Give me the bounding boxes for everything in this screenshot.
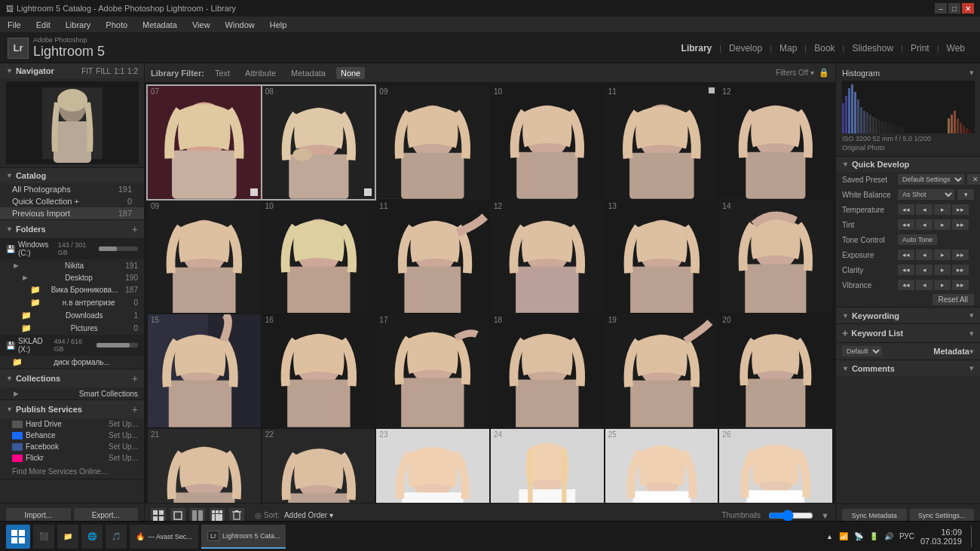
filter-lock-icon[interactable]: 🔒 — [819, 68, 829, 78]
grid-cell-19[interactable]: 15 — [148, 314, 261, 427]
qd-vib-down-sm[interactable]: ◂◂ — [898, 280, 914, 290]
metadata-preset-select[interactable]: Default — [842, 346, 882, 357]
qd-exp-up-sm[interactable]: ▸▸ — [952, 249, 969, 260]
taskbar-lightroom-button[interactable]: Lr Lightroom 5 Cata... — [201, 525, 286, 549]
service-be-setup[interactable]: Set Up... — [109, 431, 138, 439]
show-desktop-button[interactable] — [971, 526, 974, 547]
zoom-1-1[interactable]: 1:1 — [114, 67, 124, 75]
module-print[interactable]: Print — [903, 40, 937, 57]
metadata-header[interactable]: Default Metadata ▾ — [836, 343, 980, 360]
service-flickr[interactable]: Flickr Set Up... — [0, 452, 144, 464]
grid-cell-13[interactable]: 09 — [148, 201, 261, 314]
publish-header[interactable]: ▼ Publish Services + — [0, 400, 144, 418]
folder-antreprize[interactable]: 📁 н.в антрепризе 0 — [0, 296, 144, 309]
grid-cell-07[interactable]: 07 — [148, 86, 261, 199]
grid-cell-15[interactable]: 11 — [376, 201, 489, 314]
navigator-header[interactable]: ▼ Navigator FIT FILL 1:1 1:2 — [0, 63, 144, 78]
folders-add-button[interactable]: + — [132, 223, 138, 235]
grid-cell-17[interactable]: 13 — [605, 201, 718, 314]
grid-cell-16[interactable]: 12 — [491, 201, 604, 314]
filter-none[interactable]: None — [336, 67, 365, 79]
menu-window[interactable]: Window — [222, 19, 258, 31]
qd-clar-down[interactable]: ◂ — [916, 265, 933, 275]
taskbar-cmd-button[interactable]: ⬛ — [33, 525, 54, 549]
catalog-all-photographs[interactable]: All Photographs 191 — [0, 183, 144, 195]
menu-view[interactable]: View — [189, 19, 213, 31]
qd-exp-down[interactable]: ◂ — [916, 249, 933, 260]
folder-nikita[interactable]: ► Nikita 191 — [0, 259, 144, 271]
grid-cell-24[interactable]: 20 — [719, 314, 832, 427]
qd-temp-down-sm[interactable]: ◂◂ — [898, 204, 914, 215]
folder-downloads[interactable]: 📁 Downloads 1 — [0, 309, 144, 322]
grid-cell-14[interactable]: 10 — [262, 201, 375, 314]
find-more-services[interactable]: Find More Services Online... — [0, 464, 144, 479]
folder-disk-formal[interactable]: 📁 диск формаль... — [0, 356, 144, 369]
folders-header[interactable]: ▼ Folders + — [0, 220, 144, 238]
qd-tint-up[interactable]: ▸ — [934, 219, 951, 230]
catalog-quick-collection[interactable]: Quick Collection + 0 — [0, 195, 144, 207]
qd-temp-up-sm[interactable]: ▸▸ — [952, 204, 969, 215]
zoom-fill[interactable]: FILL — [96, 67, 111, 75]
zoom-fit[interactable]: FIT — [81, 67, 93, 75]
qd-clar-up-sm[interactable]: ▸▸ — [952, 265, 969, 275]
grid-cell-09[interactable]: 09 — [376, 86, 489, 199]
filter-attribute[interactable]: Attribute — [240, 67, 280, 79]
grid-cell-10[interactable]: 10 — [491, 86, 604, 199]
menu-metadata[interactable]: Metadata — [139, 19, 180, 31]
start-button[interactable] — [6, 525, 30, 549]
menu-edit[interactable]: Edit — [33, 19, 54, 31]
grid-cell-20[interactable]: 16 — [262, 314, 375, 427]
module-slideshow[interactable]: Slideshow — [844, 40, 901, 57]
qd-tint-down-sm[interactable]: ◂◂ — [898, 219, 914, 230]
qd-auto-tone-button[interactable]: Auto Tone — [898, 234, 937, 245]
qd-exp-down-sm[interactable]: ◂◂ — [898, 249, 914, 260]
qd-exp-up[interactable]: ▸ — [934, 249, 951, 260]
qd-vib-up-sm[interactable]: ▸▸ — [952, 280, 969, 290]
keyword-add-icon[interactable]: + — [842, 327, 848, 339]
maximize-button[interactable]: □ — [948, 3, 960, 14]
service-fb-setup[interactable]: Set Up... — [109, 442, 138, 451]
grid-cell-28[interactable]: 24 — [491, 429, 604, 503]
qd-vib-down[interactable]: ◂ — [916, 280, 933, 290]
quick-develop-header[interactable]: ▼ Quick Develop — [836, 157, 980, 172]
grid-cell-12[interactable]: 12 — [719, 86, 832, 199]
qd-clar-up[interactable]: ▸ — [934, 265, 951, 275]
grid-cell-26[interactable]: 22 — [262, 429, 375, 503]
menu-help[interactable]: Help — [267, 19, 290, 31]
grid-cell-08[interactable]: 08 — [262, 86, 375, 199]
keywording-header[interactable]: ▼ Keywording ▾ — [836, 308, 980, 323]
qd-temp-down[interactable]: ◂ — [916, 204, 933, 215]
keyword-list-header[interactable]: + Keyword List ▾ — [836, 324, 980, 342]
service-behance[interactable]: Behance Set Up... — [0, 430, 144, 441]
catalog-header[interactable]: ▼ Catalog — [0, 168, 144, 183]
thumbnail-size-slider[interactable] — [768, 510, 813, 522]
qd-vib-up[interactable]: ▸ — [934, 280, 951, 290]
grid-cell-11[interactable]: 11 — [605, 86, 718, 199]
qd-preset-clear[interactable]: ✕ — [967, 174, 980, 185]
grid-cell-30[interactable]: 26 — [719, 429, 832, 503]
service-facebook[interactable]: Facebook Set Up... — [0, 441, 144, 452]
module-library[interactable]: Library — [674, 40, 720, 57]
drive-x[interactable]: 💾 SKLAD (X:) 494 / 616 GB — [0, 335, 144, 356]
module-book[interactable]: Book — [807, 40, 842, 57]
filter-text[interactable]: Text — [210, 67, 234, 79]
menu-library[interactable]: Library — [63, 19, 94, 31]
qd-preset-select[interactable]: Default Settings — [898, 174, 964, 185]
grid-cell-27[interactable]: 23 — [376, 429, 489, 503]
minimize-button[interactable]: – — [935, 3, 947, 14]
grid-cell-18[interactable]: 14 — [719, 201, 832, 314]
grid-cell-22[interactable]: 18 — [491, 314, 604, 427]
taskbar-avast-button[interactable]: 🔥 — Avast Sec... — [130, 525, 198, 549]
service-harddrive[interactable]: Hard Drive Set Up... — [0, 418, 144, 430]
tray-arrow[interactable]: ▲ — [826, 533, 833, 540]
folder-vika[interactable]: 📁 Вика Бронникова... 187 — [0, 283, 144, 296]
taskbar-media-button[interactable]: 🎵 — [106, 525, 127, 549]
grid-cell-23[interactable]: 19 — [605, 314, 718, 427]
qd-reset-all-button[interactable]: Reset All — [933, 294, 974, 305]
module-map[interactable]: Map — [772, 40, 804, 57]
taskbar-browser-button[interactable]: 🌐 — [81, 525, 103, 549]
service-hd-setup[interactable]: Set Up... — [109, 420, 138, 428]
qd-tint-up-sm[interactable]: ▸▸ — [952, 219, 969, 230]
sort-value[interactable]: Added Order ▾ — [284, 511, 333, 519]
close-button[interactable]: ✕ — [962, 3, 974, 14]
